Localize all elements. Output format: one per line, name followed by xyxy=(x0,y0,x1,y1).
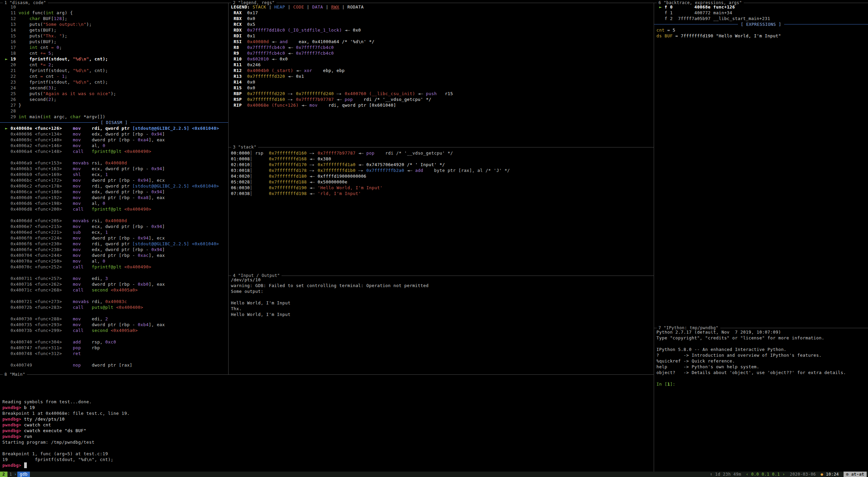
terminal-line: Hello World, I'm Input xyxy=(231,312,654,317)
terminal-line: Breakpoint 1 at 0x40068e: file test.c, l… xyxy=(2,410,654,416)
banner-line xyxy=(654,24,738,24)
terminal-line: R11 0x246 xyxy=(231,62,654,68)
window-index[interactable]: 1 xyxy=(7,472,14,477)
banner-label: [ EXPRESSIONS ] xyxy=(738,21,784,27)
terminal-line: 14 gets(BUF); xyxy=(2,27,228,33)
terminal-line xyxy=(2,376,654,382)
pane-ipython[interactable]: Python 2.7.17 (default, Nov 7 2019, 10:0… xyxy=(654,328,868,473)
terminal-line: ds BUF = 7fffffffd190 "Hello World, I'm … xyxy=(656,33,868,39)
pane-border-io[interactable] xyxy=(229,276,654,276)
clock-icon: ● xyxy=(821,472,824,477)
terminal-line: R8 0x7ffff7fcb4c0 ◄— 0x7ffff7fcb4c0 xyxy=(231,45,654,50)
terminal-line: ► 0x40068e <func+126> mov rdi, qword ptr… xyxy=(2,125,228,131)
terminal-line: 0x4006dd <func+205> movabs rsi, 0x40080d xyxy=(2,218,228,224)
terminal-line: 13 puts("Some output:\n"); xyxy=(2,21,228,27)
terminal-line: 23 fprintf(stdout, "%d\n", cnt); xyxy=(2,79,228,85)
terminal-line: 0x400747 <func+311> pop rbp xyxy=(2,345,228,351)
session-badge[interactable]: 2 xyxy=(0,472,7,477)
stack-section: 00:0000│ rsp 0x7fffffffd160 —▸ 0x7ffff7b… xyxy=(231,150,654,196)
pane-main[interactable]: Reading symbols from test...done.pwndbg>… xyxy=(0,375,654,473)
terminal-line: 0x40073b <func+299> call second <0x4005a… xyxy=(2,328,228,333)
terminal-line: 12 char BUF[128]; xyxy=(2,16,228,21)
terminal-line: 0x400696 <func+134> mov edx, dword ptr [… xyxy=(2,131,228,137)
angle-close-icon: › xyxy=(782,472,785,477)
pane-legend-regs[interactable]: LEGEND: STACK | HEAP | CODE | DATA | RWX… xyxy=(229,3,654,148)
banner-line xyxy=(130,122,228,123)
terminal-line: 0x4006ca <func+186> mov edx, dword ptr [… xyxy=(2,189,228,195)
terminal-line: help -> Python's own help system. xyxy=(656,364,868,370)
pane-io[interactable]: /dev/pts/10warning: GDB: Failed to set c… xyxy=(229,276,654,375)
banner-line xyxy=(0,122,98,123)
terminal-line: f 2 7ffff7a05b97 __libc_start_main+231 xyxy=(656,16,868,21)
terminal-line: 19 fprintf(stdout, "%d\n", cnt); xyxy=(2,457,654,462)
pane-divider-left[interactable] xyxy=(228,3,229,374)
terminal-line: R13 0x7fffffffd320 ◄— 0x1 xyxy=(231,73,654,79)
terminal-line: 0x4006a2 <func+146> mov al, 0 xyxy=(2,143,228,148)
terminal-line: pwndbg> cwatch execute "ds BUF" xyxy=(2,428,654,434)
window-name-badge[interactable]: gdb xyxy=(17,472,30,477)
terminal-line: 22 cnt = cnt - 1; xyxy=(2,73,228,79)
terminal-line: 0x4006d0 <func+192> mov dword ptr [rbp -… xyxy=(2,195,228,200)
pane-disasm-code[interactable]: 10 11 void func(int arg) { 12 char BUF[1… xyxy=(0,3,228,375)
terminal-line: 11 void func(int arg) { xyxy=(2,10,228,16)
terminal-line: 0x4006fe <func+238> mov edx, dword ptr [… xyxy=(2,247,228,252)
pane-divider-right[interactable] xyxy=(654,3,654,472)
terminal-line: 0x40071c <func+268> call second <0x4005a… xyxy=(2,287,228,293)
terminal-line: object? -> Details about 'object', use '… xyxy=(656,370,868,375)
pane-stack[interactable]: 00:0000│ rsp 0x7fffffffd160 —▸ 0x7ffff7b… xyxy=(229,147,654,278)
terminal-line: 0x4006f6 <func+230> mov rdi, qword ptr [… xyxy=(2,241,228,247)
terminal-line: R12 0x4004b0 (_start) ◄— xor ebp, ebp xyxy=(231,68,654,73)
terminal-line: 0x4006e7 <func+215> mov ecx, dword ptr [… xyxy=(2,224,228,229)
terminal-line: Starting program: /tmp/pwndbg/test xyxy=(2,439,654,445)
pane-title-stack: 3 "stack" xyxy=(231,144,258,150)
terminal-line: 0x4006a9 <func+153> movabs rsi, 0x40080d xyxy=(2,160,228,166)
terminal-line: 07:0038│ 0x7fffffffd198 ◄— 'rld, I'm Inp… xyxy=(231,191,654,196)
terminal-line: In [1]: xyxy=(656,381,868,387)
time-group: ● 10:24 xyxy=(821,472,839,477)
pane-border-main[interactable] xyxy=(0,374,654,375)
terminal-line: 0x400721 <func+273> movabs rdi, 0x40083c xyxy=(2,299,228,304)
terminal-line: 0x40069c <func+140> mov dword ptr [rbp -… xyxy=(2,137,228,143)
terminal-line: 0x4006b9 <func+169> shl ecx, 1 xyxy=(2,172,228,177)
terminal-line: 00:0000│ rsp 0x7fffffffd160 —▸ 0x7ffff7b… xyxy=(231,150,654,156)
terminal-line: ? -> Introduction and overview of IPytho… xyxy=(656,352,868,358)
terminal-line: Thx. xyxy=(231,306,654,312)
chevron-icon: › xyxy=(14,472,17,477)
terminal-line: 0x400749 nop dword ptr [rax] xyxy=(2,362,228,368)
disasm-section: ► 0x40068e <func+126> mov rdi, qword ptr… xyxy=(2,125,228,368)
terminal-line xyxy=(656,341,868,347)
pane-backtrace[interactable]: ► f 0 40068e func+126 f 1 400772 main+34… xyxy=(654,3,868,329)
tmux-terminal-screen: 1 "disasm, code" 2 "legend, regs" 6 "bac… xyxy=(0,0,868,477)
terminal-line: 0x4006d6 <func+198> mov al, 0 xyxy=(2,200,228,206)
terminal-line: 0x40072b <func+283> call puts@plt <0x400… xyxy=(2,304,228,310)
pane-title-main: 8 "Main" xyxy=(3,372,27,377)
gdb-console: Reading symbols from test...done.pwndbg>… xyxy=(2,376,654,468)
terminal-line: pwndbg> xyxy=(2,462,654,468)
terminal-line: LEGEND: STACK | HEAP | CODE | DATA | RWX… xyxy=(231,4,654,10)
pane-border-stack[interactable] xyxy=(229,147,654,147)
terminal-line xyxy=(2,387,654,393)
terminal-line: 26 second(2); xyxy=(2,96,228,102)
terminal-line: cnt = 5 xyxy=(656,27,868,33)
terminal-line: 0x400735 <func+293> mov dword ptr [rbp -… xyxy=(2,322,228,328)
terminal-line: IPython 5.8.0 -- An enhanced Interactive… xyxy=(656,347,868,352)
terminal-line xyxy=(2,293,228,299)
terminal-line: /dev/pts/10 xyxy=(231,277,654,283)
terminal-line: 21 fprintf(stdout, "%d\n", cnt); xyxy=(2,68,228,73)
banner-line xyxy=(784,24,868,24)
terminal-line: 01:0008│ 0x7fffffffd168 ◄— 0x380 xyxy=(231,156,654,162)
terminal-line: 06:0030│ 0x7fffffffd190 ◄— 'Hello World,… xyxy=(231,185,654,191)
terminal-line: 20 cnt *= 2; xyxy=(2,62,228,68)
status-bar: 2 1 › gdb ↑ 1d 23h 49m ‹ 0.0 0.1 0.1 › 2… xyxy=(0,472,868,477)
pane-title-io: 4 "Input / Output" xyxy=(231,273,282,278)
terminal-line: 24 second(3); xyxy=(2,85,228,91)
terminal-line: 0x4006f0 <func+224> mov dword ptr [rbp -… xyxy=(2,235,228,241)
uptime-arrow-icon: ↑ xyxy=(710,472,712,477)
terminal-line: R9 0x7ffff7fcb4c0 ◄— 0x7ffff7fcb4c0 xyxy=(231,50,654,56)
terminal-line: 25 puts("Again as it was so nice"); xyxy=(2,91,228,96)
terminal-line xyxy=(656,375,868,381)
registers-section: LEGEND: STACK | HEAP | CODE | DATA | RWX… xyxy=(231,4,654,108)
terminal-line: Type "copyright", "credits" or "license"… xyxy=(656,335,868,341)
terminal-line: RBX 0x0 xyxy=(231,16,654,21)
terminal-line: 29 int main(int argc, char *argv[]) xyxy=(2,114,228,120)
